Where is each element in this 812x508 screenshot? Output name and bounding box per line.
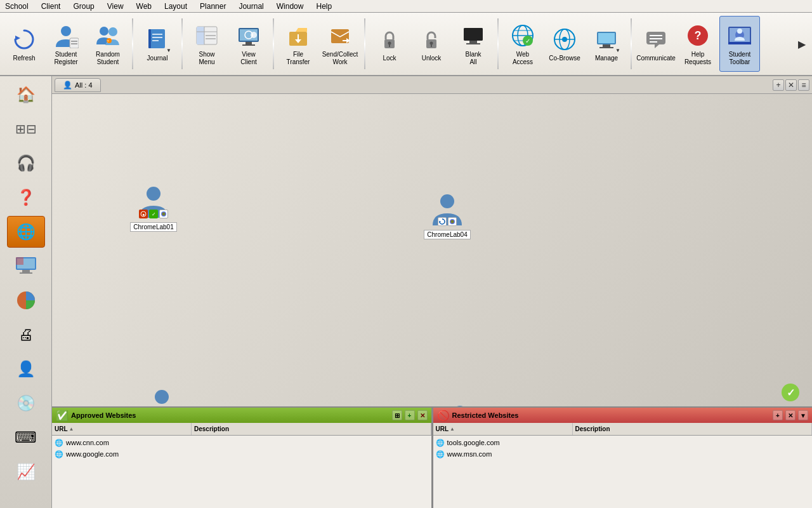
tab-bar: 👤 All : 4 + ✕ ≡ xyxy=(52,76,812,94)
grid-icon: ⊞⊟ xyxy=(15,121,37,137)
manage-button[interactable]: ▼ Manage xyxy=(586,16,627,72)
restricted-icon: 🚫 xyxy=(437,410,450,422)
student-chromelab01[interactable]: ● ✓ ChromeLa xyxy=(125,183,182,232)
sidebar-web[interactable]: 🌐 xyxy=(7,216,45,248)
sidebar-grid[interactable]: ⊞⊟ xyxy=(7,113,45,145)
svg-rect-71 xyxy=(22,270,30,272)
menu-client[interactable]: Client xyxy=(39,1,63,12)
blank-all-button[interactable]: BlankAll xyxy=(453,16,494,72)
user-icon: 👤 xyxy=(16,360,36,378)
file-transfer-label: FileTransfer xyxy=(287,51,310,66)
restricted-expand-btn[interactable]: ▼ xyxy=(798,410,808,420)
sidebar-chart[interactable]: 📈 xyxy=(7,456,45,488)
svg-point-86 xyxy=(451,220,454,223)
random-student-button[interactable]: ? RandomStudent xyxy=(88,16,128,72)
restricted-rows: 🌐 tools.google.com 🌐 www.msn.com xyxy=(433,436,813,461)
show-menu-button[interactable]: ShowMenu xyxy=(187,16,227,72)
sidebar-headphone[interactable]: 🎧 xyxy=(7,147,45,179)
unlock-button[interactable]: Unlock xyxy=(411,16,452,72)
menu-view[interactable]: View xyxy=(105,1,126,12)
student-chromelab03[interactable]: ✕ ChromeLab03 xyxy=(431,402,488,406)
journal-button[interactable]: ▼ Journal xyxy=(137,16,178,72)
sidebar-help[interactable]: ❓ xyxy=(7,182,45,213)
menu-window[interactable]: Window xyxy=(274,1,306,12)
lock-button[interactable]: Lock xyxy=(369,16,410,72)
student-chromelab04[interactable]: ChromeLab04 xyxy=(419,190,476,239)
refresh-label: Refresh xyxy=(13,55,35,62)
student-chromelab02[interactable]: ✓ ChromeLab02 xyxy=(133,386,190,406)
send-collect-button[interactable]: Send/CollectWork xyxy=(320,16,360,72)
canvas-check-icon: ✓ xyxy=(782,384,799,401)
communicate-button[interactable]: Communicate xyxy=(636,16,676,72)
restricted-row-0[interactable]: 🌐 tools.google.com xyxy=(433,437,813,448)
sidebar-user[interactable]: 👤 xyxy=(7,353,45,385)
web-access-button[interactable]: ✓ WebAccess xyxy=(502,16,543,72)
menu-group[interactable]: Group xyxy=(70,1,96,12)
menu-school[interactable]: School xyxy=(3,1,31,12)
tab-add-button[interactable]: + xyxy=(773,79,784,91)
sidebar-home[interactable]: 🏠 xyxy=(7,79,45,110)
bottom-panels: ✅ Approved Websites ⊞ + ✕ URL ▲ Descript… xyxy=(52,406,812,508)
sidebar-disc[interactable]: 💿 xyxy=(7,387,45,419)
menu-help[interactable]: Help xyxy=(313,1,334,12)
restricted-close-btn[interactable]: ✕ xyxy=(785,410,796,420)
restricted-panel-title: Restricted Websites xyxy=(452,411,771,419)
restricted-url-col-header: URL ▲ xyxy=(433,423,573,435)
approved-add-btn[interactable]: + xyxy=(405,410,415,420)
sep5 xyxy=(497,18,499,69)
journal-label: Journal xyxy=(147,55,168,62)
student-register-label: StudentRegister xyxy=(54,51,77,66)
restricted-table-header: URL ▲ Description xyxy=(433,423,813,436)
web-access-label: WebAccess xyxy=(513,51,533,66)
approved-row-0-icon: 🌐 xyxy=(55,439,63,447)
tab-close-button[interactable]: ✕ xyxy=(785,79,797,91)
file-transfer-button[interactable]: FileTransfer xyxy=(278,16,318,72)
restricted-row-1[interactable]: 🌐 www.msn.com xyxy=(433,448,813,460)
svg-point-33 xyxy=(388,42,391,45)
help-requests-button[interactable]: ? HelpRequests xyxy=(678,16,718,72)
approved-row-0-url: www.cnn.com xyxy=(66,439,193,446)
svg-rect-10 xyxy=(148,29,151,48)
all-tab[interactable]: 👤 All : 4 xyxy=(55,78,101,92)
sidebar-print[interactable]: 🖨 xyxy=(7,319,45,351)
unlock-label: Unlock xyxy=(422,55,442,62)
svg-rect-23 xyxy=(242,44,255,46)
svg-point-75 xyxy=(147,187,160,201)
restricted-row-0-url: tools.google.com xyxy=(447,439,574,446)
approved-row-0[interactable]: 🌐 www.cnn.com xyxy=(52,437,431,448)
view-client-button[interactable]: ViewClient xyxy=(228,16,269,72)
refresh-button[interactable]: Refresh xyxy=(4,16,44,72)
help-icon: ❓ xyxy=(16,189,36,206)
sep4 xyxy=(364,18,365,69)
svg-rect-22 xyxy=(246,42,252,44)
approved-row-1[interactable]: 🌐 www.google.com xyxy=(52,448,431,460)
tab-settings-button[interactable]: ≡ xyxy=(798,79,809,91)
approved-panel-title: Approved Websites xyxy=(71,411,390,419)
sidebar: 🏠 ⊞⊟ 🎧 ❓ 🌐 xyxy=(0,76,52,508)
student-chromelab04-icon xyxy=(428,190,466,229)
sidebar-keyboard[interactable]: ⌨ xyxy=(7,422,45,453)
restricted-row-1-icon: 🌐 xyxy=(436,450,445,458)
student-chromelab01-icon: ● ✓ xyxy=(134,183,173,221)
menu-journal[interactable]: Journal xyxy=(236,1,266,12)
sidebar-pie[interactable] xyxy=(7,284,45,316)
svg-point-5 xyxy=(100,27,108,36)
sep6 xyxy=(631,18,632,69)
restricted-add-btn[interactable]: + xyxy=(773,410,783,420)
menu-web[interactable]: Web xyxy=(134,1,154,12)
restricted-row-0-icon: 🌐 xyxy=(436,439,445,447)
sidebar-desktop[interactable] xyxy=(7,250,45,282)
menu-layout[interactable]: Layout xyxy=(162,1,190,12)
restricted-row-1-url: www.msn.com xyxy=(447,450,574,458)
approved-desc-col-header: Description xyxy=(192,423,431,435)
approved-grid-btn[interactable]: ⊞ xyxy=(392,410,402,420)
co-browse-button[interactable]: Co-Browse xyxy=(544,16,585,72)
approved-close-btn[interactable]: ✕ xyxy=(417,410,428,420)
menu-planner[interactable]: Planner xyxy=(197,1,228,12)
student-register-button[interactable]: StudentRegister xyxy=(46,16,86,72)
student-chromelab02-icon: ✓ xyxy=(143,386,181,406)
student-toolbar-button[interactable]: StudentToolbar xyxy=(719,16,760,72)
toolbar-expand-arrow[interactable]: ▶ xyxy=(796,36,808,53)
svg-rect-9 xyxy=(150,29,165,48)
tab-controls: + ✕ ≡ xyxy=(773,79,809,91)
